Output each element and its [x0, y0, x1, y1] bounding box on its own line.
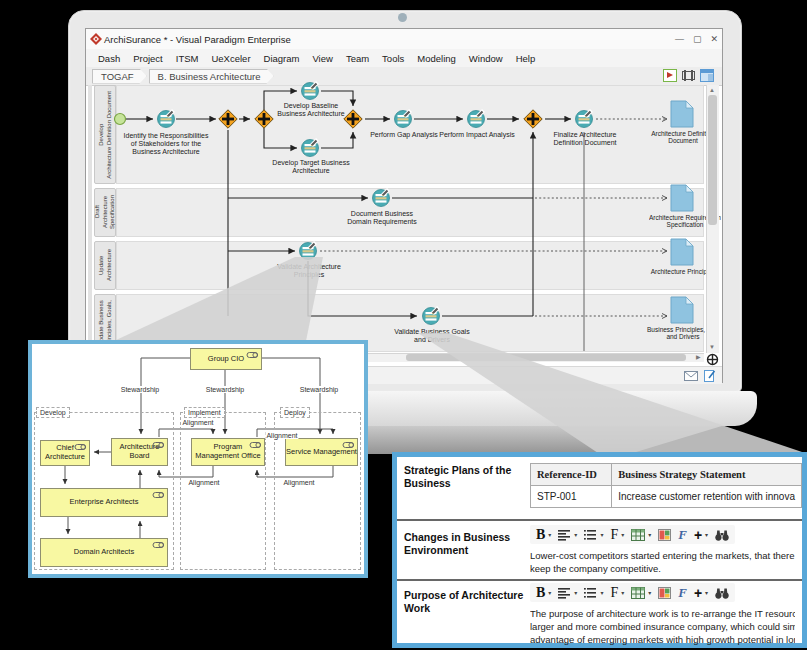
menu-item-itsm[interactable]: ITSM	[176, 53, 199, 64]
menu-item-window[interactable]: Window	[469, 53, 503, 64]
orgbox-service-management[interactable]: Service Management	[285, 438, 358, 466]
task-label[interactable]: Perform Impact Analysis	[431, 131, 523, 139]
strategy-table[interactable]: Reference-ID Business Strategy Statement…	[530, 463, 802, 508]
orgbox-domain-architects[interactable]: Domain Architects	[40, 538, 168, 567]
align-icon[interactable]	[558, 529, 571, 541]
caret-icon[interactable]: ▾	[621, 589, 624, 596]
task-label[interactable]: Finalize Architecture Definition Documen…	[545, 131, 625, 147]
caret-icon[interactable]: ▾	[705, 589, 708, 596]
breadcrumb-togaf[interactable]: TOGAF	[92, 69, 147, 84]
script-icon[interactable]: F	[678, 527, 687, 543]
caret-icon[interactable]: ▾	[705, 531, 708, 538]
breadcrumb: TOGAF B. Business Architecture	[86, 67, 722, 86]
image-icon[interactable]	[658, 587, 671, 599]
caret-icon[interactable]: ▾	[648, 531, 651, 538]
scroll-right-icon[interactable]: ▶	[696, 354, 701, 360]
caret-icon[interactable]: ▾	[648, 589, 651, 596]
orgbox-enterprise-architects[interactable]: Enterprise Architects	[40, 488, 168, 517]
orgbox-label: Enterprise Architects	[70, 498, 139, 507]
bold-button[interactable]: B	[536, 586, 545, 600]
menu-bar: Dash Project ITSM UeXceler Diagram View …	[86, 49, 722, 67]
list-icon[interactable]	[584, 587, 597, 599]
script-icon[interactable]: F	[678, 585, 687, 601]
breadcrumb-business-architecture[interactable]: B. Business Architecture	[149, 69, 274, 84]
bold-button[interactable]: B	[536, 528, 545, 542]
orgbox-chief-architecture[interactable]: Chief Architecture	[40, 440, 90, 466]
close-button[interactable]: ✕	[710, 34, 718, 44]
orgbox-group-cio[interactable]: Group CIO	[190, 348, 262, 370]
caret-icon[interactable]: ▾	[548, 589, 551, 596]
lane-header-update-arch[interactable]: Update Architecture	[94, 241, 116, 290]
menu-item-view[interactable]: View	[312, 53, 332, 64]
minimize-button[interactable]: —	[675, 34, 684, 44]
font-button[interactable]: F	[610, 586, 618, 600]
font-button[interactable]: F	[610, 528, 618, 542]
table-icon[interactable]	[631, 587, 645, 599]
group-label-implement: Implement	[184, 407, 225, 418]
row-divider	[397, 519, 802, 521]
doc-row-label: Changes in Business Environment	[404, 531, 526, 556]
menu-item-modeling[interactable]: Modeling	[417, 53, 456, 64]
fit-bounds-icon[interactable]	[681, 69, 696, 82]
align-icon[interactable]	[558, 587, 571, 599]
relation-label-alignment: Alignment	[265, 432, 298, 439]
caret-icon[interactable]: ▾	[574, 589, 577, 596]
table-header-strategy: Business Strategy Statement	[612, 464, 802, 486]
menu-item-uexceler[interactable]: UeXceler	[211, 53, 250, 64]
menu-item-team[interactable]: Team	[346, 53, 369, 64]
orgbox-label: Group CIO	[208, 355, 244, 364]
table-cell-reference-id[interactable]: STP-001	[531, 486, 612, 508]
image-icon[interactable]	[658, 529, 671, 541]
pan-tool-icon[interactable]	[706, 353, 719, 366]
horizontal-scrollbar-thumb[interactable]	[406, 354, 686, 361]
task-label[interactable]: Develop Target Business Architecture	[270, 159, 352, 175]
caret-icon[interactable]: ▾	[574, 531, 577, 538]
table-icon[interactable]	[631, 529, 645, 541]
row-divider	[397, 579, 802, 581]
binoculars-icon[interactable]	[715, 529, 729, 541]
menu-item-project[interactable]: Project	[133, 53, 163, 64]
task-label[interactable]: Develop Baseline Business Architecture	[270, 102, 352, 118]
group-label-deploy: Deploy	[280, 407, 310, 418]
caret-icon[interactable]: ▾	[600, 589, 603, 596]
note-icon[interactable]	[704, 369, 716, 382]
task-label[interactable]: Document Business Domain Requirements	[342, 210, 422, 226]
doc-row-text[interactable]: Lower-cost competitors started entering …	[530, 549, 795, 575]
menu-item-dash[interactable]: Dash	[98, 53, 120, 64]
add-button[interactable]: +	[694, 586, 702, 600]
webcam-icon	[398, 13, 407, 22]
list-icon[interactable]	[584, 529, 597, 541]
menu-item-diagram[interactable]: Diagram	[264, 53, 300, 64]
lane-header-draft-spec[interactable]: Draft Architecture Specification	[94, 188, 116, 237]
scroll-up-icon[interactable]: ▲	[709, 87, 715, 93]
business-role-icon	[342, 441, 355, 449]
doc-row-text[interactable]: The purpose of architecture work is to r…	[530, 607, 795, 646]
vertical-scrollbar-thumb[interactable]	[708, 95, 717, 225]
caret-icon[interactable]: ▾	[548, 531, 551, 538]
orgbox-architecture-board[interactable]: Architecture Board	[111, 438, 168, 466]
orgbox-program-management-office[interactable]: Program Management Office	[191, 438, 265, 466]
task-label[interactable]: Identify the Responsibilities of Stakeho…	[122, 132, 210, 156]
relation-label-alignment: Alignment	[187, 479, 220, 486]
rich-text-toolbar: B▾ ▾ ▾ F▾ ▾ F +▾	[530, 525, 735, 544]
maximize-button[interactable]: ▢	[693, 34, 702, 44]
scroll-down-icon[interactable]: ▼	[709, 344, 715, 350]
relation-label-alignment: Alignment	[282, 479, 315, 486]
table-cell-strategy[interactable]: Increase customer retention with innova	[612, 486, 802, 508]
business-role-icon	[249, 441, 262, 449]
group-implement[interactable]	[180, 412, 266, 570]
mail-icon[interactable]	[684, 371, 698, 381]
lane-label: Update Architecture	[98, 249, 113, 281]
caret-icon[interactable]: ▾	[600, 531, 603, 538]
layout-publish-icon[interactable]	[663, 69, 677, 82]
add-button[interactable]: +	[694, 528, 702, 542]
panel-view-icon[interactable]	[700, 69, 714, 82]
pool-edge	[88, 85, 92, 352]
lane-header-develop-add[interactable]: Develop Architecture Definition Document	[94, 85, 116, 184]
window-title: ArchiSurance * - Visual Paradigm Enterpr…	[104, 34, 291, 45]
menu-item-help[interactable]: Help	[516, 53, 536, 64]
binoculars-icon[interactable]	[715, 587, 729, 599]
lane-update-architecture[interactable]	[116, 241, 704, 290]
caret-icon[interactable]: ▾	[621, 531, 624, 538]
menu-item-tools[interactable]: Tools	[382, 53, 404, 64]
